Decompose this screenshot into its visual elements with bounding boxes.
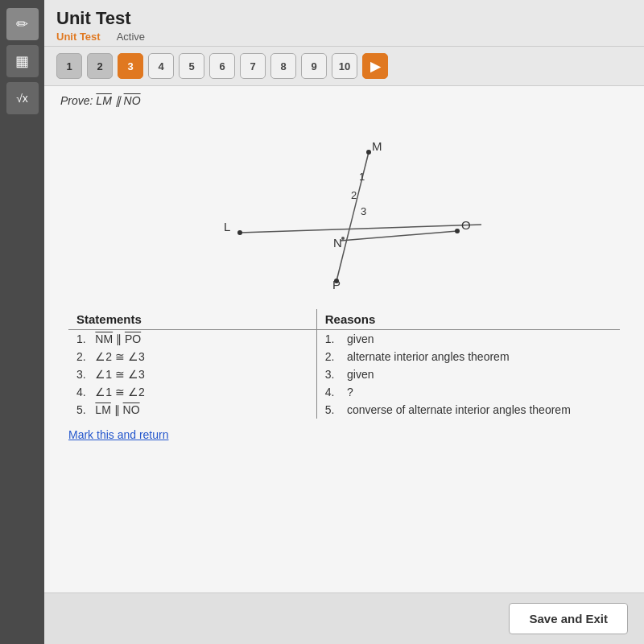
question-btn-9[interactable]: 9 — [301, 53, 327, 79]
svg-line-2 — [341, 231, 457, 241]
question-btn-3[interactable]: 3 — [118, 53, 143, 79]
header: Unit Test Unit Test Active — [44, 0, 644, 47]
table-row: 3. ∠1 ≅ ∠3 3. given — [68, 365, 620, 383]
statements-header: Statements — [68, 309, 316, 330]
question-btn-5[interactable]: 5 — [179, 53, 204, 79]
reasons-header: Reasons — [316, 309, 620, 330]
reason-3: 3. given — [316, 365, 620, 383]
footer: Save and Exit — [44, 592, 644, 644]
main-panel: Unit Test Unit Test Active 1 2 3 4 5 6 7… — [44, 0, 644, 644]
next-arrow-btn[interactable]: ▶ — [362, 53, 388, 79]
svg-text:M: M — [372, 139, 382, 153]
content-area: Prove: LM ∥ NO L M — [44, 86, 644, 592]
question-navigation: 1 2 3 4 5 6 7 8 9 10 ▶ — [44, 47, 644, 86]
svg-text:O: O — [461, 218, 471, 232]
breadcrumb-link[interactable]: Unit Test — [56, 31, 101, 43]
reason-5: 5. converse of alternate interior angles… — [316, 401, 620, 419]
diagram-container: L M P O N 1 2 3 — [60, 112, 628, 297]
question-btn-4[interactable]: 4 — [148, 53, 174, 79]
reason-4: 4. ? — [316, 383, 620, 401]
statement-3: 3. ∠1 ≅ ∠3 — [68, 365, 316, 383]
svg-point-6 — [455, 229, 460, 233]
reason-1: 1. given — [316, 330, 620, 349]
question-btn-2[interactable]: 2 — [87, 53, 113, 79]
question-btn-1[interactable]: 1 — [56, 53, 82, 79]
svg-text:2: 2 — [351, 189, 357, 201]
pencil-tool-btn[interactable]: ✏ — [6, 8, 39, 40]
svg-point-4 — [366, 150, 371, 155]
svg-text:P: P — [332, 278, 341, 291]
breadcrumb: Unit Test Active — [56, 31, 632, 43]
prove-statement: Prove: LM ∥ NO — [60, 94, 628, 107]
sidebar: ✏ ▦ √x — [0, 0, 44, 644]
breadcrumb-status: Active — [117, 31, 145, 43]
statement-5: 5. LM ∥ NO — [68, 401, 316, 419]
table-row: 5. LM ∥ NO 5. converse of alternate inte… — [68, 401, 620, 419]
sqrt-tool-btn[interactable]: √x — [6, 82, 39, 114]
question-btn-7[interactable]: 7 — [240, 53, 266, 79]
svg-text:1: 1 — [359, 171, 365, 183]
save-exit-button[interactable]: Save and Exit — [509, 603, 628, 634]
page-title: Unit Test — [56, 8, 632, 29]
svg-text:L: L — [224, 220, 230, 233]
proof-section: Statements Reasons 1. NM ∥ PO 1. given 2… — [68, 309, 620, 419]
mark-return-link[interactable]: Mark this and return — [68, 428, 628, 441]
question-btn-10[interactable]: 10 — [332, 53, 357, 79]
geometry-diagram: L M P O N 1 2 3 — [175, 112, 514, 297]
reason-2: 2. alternate interior angles theorem — [316, 348, 620, 365]
table-row: 2. ∠2 ≅ ∠3 2. alternate interior angles … — [68, 348, 620, 365]
svg-text:N: N — [333, 236, 342, 250]
svg-text:3: 3 — [361, 205, 366, 217]
table-row: 4. ∠1 ≅ ∠2 4. ? — [68, 383, 620, 401]
question-btn-8[interactable]: 8 — [270, 53, 296, 79]
statement-1: 1. NM ∥ PO — [68, 330, 316, 349]
proof-table: Statements Reasons 1. NM ∥ PO 1. given 2… — [68, 309, 620, 419]
question-btn-6[interactable]: 6 — [209, 53, 235, 79]
proof-table-header: Statements Reasons — [68, 309, 620, 330]
svg-point-3 — [237, 230, 242, 235]
calculator-tool-btn[interactable]: ▦ — [6, 45, 39, 77]
table-row: 1. NM ∥ PO 1. given — [68, 330, 620, 349]
statement-2: 2. ∠2 ≅ ∠3 — [68, 348, 316, 365]
statement-4: 4. ∠1 ≅ ∠2 — [68, 383, 316, 401]
